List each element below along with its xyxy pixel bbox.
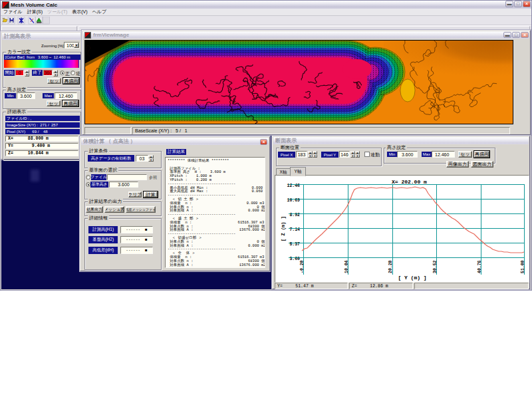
- svg-text:[ Z (m) ]: [ Z (m) ]: [281, 216, 286, 241]
- svg-text:30.52: 30.52: [433, 260, 438, 273]
- svg-text:40.76: 40.76: [477, 260, 482, 273]
- svg-text:10.04: 10.04: [344, 260, 349, 273]
- svg-text:[ Y (m) ]: [ Y (m) ]: [398, 275, 426, 281]
- svg-text:51.00: 51.00: [521, 260, 525, 273]
- svg-text:-0.20: -0.20: [300, 260, 305, 273]
